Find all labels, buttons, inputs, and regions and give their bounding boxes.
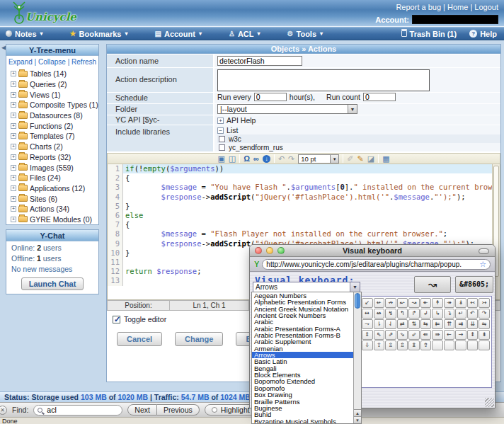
brush-icon[interactable]: ✎ xyxy=(357,155,364,163)
tree-item-templates-7-[interactable]: +Templates (7) xyxy=(6,131,98,142)
scroll-up-icon[interactable]: ▲ xyxy=(354,409,361,416)
char-button[interactable]: ↱ xyxy=(408,309,420,319)
popup-title-bar[interactable]: Visual keyboard xyxy=(250,245,495,257)
char-button[interactable]: ↢ xyxy=(467,298,479,308)
char-button[interactable]: ↶ xyxy=(467,309,479,319)
expand-plus-icon[interactable]: + xyxy=(11,71,16,76)
expand-plus-icon[interactable]: + xyxy=(11,113,16,118)
char-preview-button[interactable]: ↝ xyxy=(414,276,451,293)
char-button[interactable]: ⇬ xyxy=(397,340,408,350)
char-button[interactable]: ⇕ xyxy=(362,330,373,340)
expand-plus-icon[interactable]: + xyxy=(11,206,16,212)
scroll-down-icon[interactable]: ▼ xyxy=(354,416,361,423)
run-count-input[interactable] xyxy=(363,93,396,101)
char-button[interactable]: ⇈ xyxy=(444,319,455,329)
report-a-bug-link[interactable]: Report a bug xyxy=(396,3,441,11)
char-button[interactable]: ↠ xyxy=(444,298,455,308)
char-button[interactable]: ⇪ xyxy=(374,340,385,350)
char-button[interactable]: ↞ xyxy=(420,298,432,308)
char-button[interactable]: ↡ xyxy=(455,298,466,308)
char-button[interactable]: ⇚ xyxy=(420,330,432,340)
expand-plus-icon[interactable]: + xyxy=(11,217,16,222)
find-icon[interactable]: ∞ xyxy=(253,155,259,163)
tree-item-images-559-[interactable]: +Images (559) xyxy=(6,162,98,173)
find-input[interactable] xyxy=(45,405,109,415)
table-icon[interactable]: ▦ xyxy=(382,155,389,163)
expand-plus-icon[interactable]: + xyxy=(11,81,16,87)
char-button[interactable]: ⇫ xyxy=(385,340,396,350)
expand-plus-icon[interactable]: + xyxy=(11,175,16,181)
expand-plus-icon[interactable]: + xyxy=(11,165,16,171)
char-button-empty[interactable] xyxy=(432,340,443,350)
char-button[interactable]: ↟ xyxy=(432,298,443,308)
expand-plus-icon[interactable]: + xyxy=(11,144,16,149)
toolbar-toggle-lozenge-icon[interactable] xyxy=(479,248,489,254)
home-link[interactable]: Home xyxy=(447,3,468,11)
tree-item-queries-2-[interactable]: +Queries (2) xyxy=(6,79,98,90)
find-field[interactable] xyxy=(33,405,122,416)
close-find-bar-icon[interactable]: ✕ xyxy=(0,406,7,415)
change-button[interactable]: Change xyxy=(175,332,223,346)
char-button[interactable]: ↜ xyxy=(397,298,408,308)
char-button[interactable]: ⇖ xyxy=(374,330,385,340)
char-button[interactable]: ⇇ xyxy=(432,319,443,329)
char-button[interactable]: ⇆ xyxy=(420,319,432,329)
code-line[interactable]: 2{ xyxy=(108,173,500,183)
char-button[interactable]: ⇘ xyxy=(397,330,408,340)
expand-plus-icon[interactable]: + xyxy=(11,133,16,139)
save-icon[interactable]: ▣ xyxy=(217,155,224,163)
char-button[interactable]: ⇙ xyxy=(408,330,420,340)
char-button[interactable]: ⇮ xyxy=(420,340,432,350)
tree-item-files-24-[interactable]: +Files (24) xyxy=(6,173,98,183)
code-line[interactable]: 3 $message = "You have Flash ".$argument… xyxy=(108,183,500,192)
charset-option[interactable]: Byzantine Musical Symbols xyxy=(252,418,353,423)
char-button[interactable]: ↮ xyxy=(374,309,385,319)
expand-link[interactable]: Expand xyxy=(8,58,33,66)
api-help-expander[interactable]: + API Help xyxy=(217,116,500,125)
tree-item-actions-34-[interactable]: +Actions (34) xyxy=(6,204,98,214)
char-button[interactable]: ⇋ xyxy=(479,319,490,329)
char-button[interactable]: ⇟ xyxy=(479,330,490,340)
char-button[interactable]: ⇅ xyxy=(408,319,420,329)
tree-item-sites-6-[interactable]: +Sites (6) xyxy=(6,193,98,204)
char-button[interactable]: ⇞ xyxy=(467,330,479,340)
url-field[interactable]: http://www.younicycle.com/js/editarea/pl… xyxy=(262,259,491,270)
goto-line-icon[interactable]: ↓ xyxy=(263,155,270,163)
char-button[interactable]: ⇄ xyxy=(397,319,408,329)
undo-icon[interactable]: ↶ xyxy=(278,155,285,163)
char-button[interactable]: ↛ xyxy=(385,298,396,308)
char-button[interactable]: ↚ xyxy=(374,298,385,308)
char-button[interactable]: ⇊ xyxy=(467,319,479,329)
code-line[interactable]: 8 $message = "Flash Player not installed… xyxy=(108,229,500,239)
char-button[interactable]: ⇛ xyxy=(432,330,443,340)
char-button-empty[interactable] xyxy=(479,340,490,350)
char-button[interactable]: ↴ xyxy=(444,309,455,319)
list-scrollbar[interactable]: ▲ ▼ xyxy=(353,292,361,423)
char-button[interactable]: ⇭ xyxy=(408,340,420,350)
find-previous-button[interactable]: Previous xyxy=(157,404,200,416)
library-checkbox[interactable] xyxy=(219,136,225,142)
char-button[interactable]: ⇃ xyxy=(385,319,396,329)
library-list-expander[interactable]: − List xyxy=(217,126,500,134)
tree-item-charts-2-[interactable]: +Charts (2) xyxy=(6,142,98,152)
tree-item-reports-32-[interactable]: +Reports (32) xyxy=(6,152,98,163)
char-button[interactable]: ⇗ xyxy=(385,330,396,340)
find-next-button[interactable]: Next xyxy=(127,404,157,416)
tree-item-composite-types-1-[interactable]: +Composite Types (1) xyxy=(6,100,98,110)
code-line[interactable]: 6else xyxy=(108,211,500,220)
tree-item-applications-12-[interactable]: +Applications (12) xyxy=(6,183,98,194)
action-name-input[interactable] xyxy=(217,56,302,66)
char-button-empty[interactable] xyxy=(444,340,455,350)
image-icon[interactable]: ◫ xyxy=(229,155,236,163)
action-description-textarea[interactable] xyxy=(217,69,430,91)
code-line[interactable]: 5} xyxy=(108,202,500,211)
char-button-empty[interactable] xyxy=(455,340,466,350)
char-button[interactable]: ⇝ xyxy=(455,330,466,340)
char-button[interactable]: ⇩ xyxy=(362,340,373,350)
char-button[interactable]: ↲ xyxy=(420,309,432,319)
menu-item-notes[interactable]: Notes▾ xyxy=(6,30,43,38)
code-line[interactable]: 7{ xyxy=(108,220,500,229)
tree-item-gyre-modules-0-[interactable]: +GYRE Modules (0) xyxy=(6,214,98,225)
refresh-link[interactable]: Refresh xyxy=(71,58,96,66)
char-button[interactable]: ↯ xyxy=(385,309,396,319)
